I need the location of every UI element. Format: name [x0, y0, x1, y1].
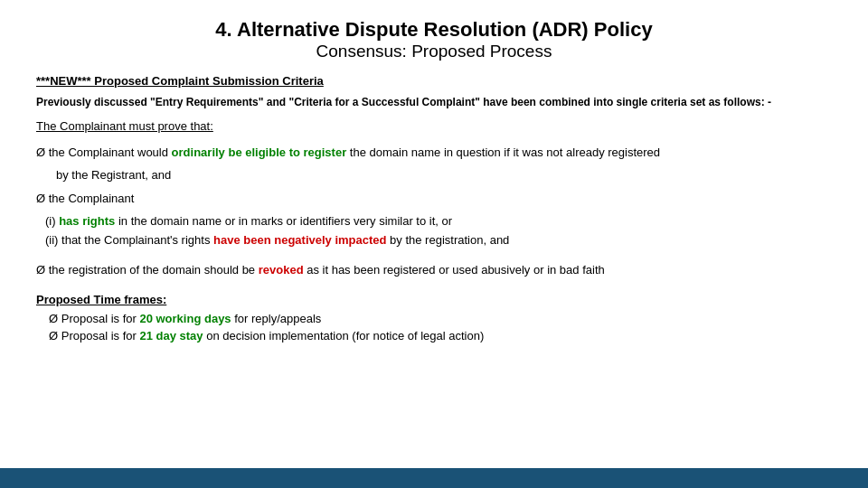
sub-title: Consensus: Proposed Process: [36, 42, 832, 61]
bottom-bar: [0, 468, 868, 488]
revoke-prefix: Ø the registration of the domain should …: [36, 263, 259, 277]
numbered-prefix-2: (ii) that the Complainant's rights: [45, 233, 213, 247]
complainant-must: The Complainant must prove that:: [36, 119, 832, 133]
numbered-lines: (i) has rights in the domain name or in …: [45, 212, 832, 250]
numbered-suffix-1: in the domain name or in marks or identi…: [115, 214, 452, 228]
new-section-heading: ***NEW*** Proposed Complaint Submission …: [36, 74, 832, 88]
bullet-item-revoke: Ø the registration of the domain should …: [36, 261, 832, 279]
highlight-has-rights: has rights: [59, 214, 115, 228]
by-registrant: by the Registrant, and: [56, 166, 832, 184]
tf-highlight-1: 20 working days: [139, 312, 231, 325]
bullet-prefix-register: Ø the Complainant would: [36, 145, 172, 159]
highlight-negatively-impacted: have been negatively impacted: [213, 233, 386, 247]
timeframe-text-2: Ø Proposal is for 21 day stay on decisio…: [49, 329, 484, 343]
timeframe-item-1: Ø Proposal is for 20 working days for re…: [43, 312, 832, 325]
slide-container: 4. Alternative Dispute Resolution (ADR) …: [0, 0, 868, 488]
bullet-text-register: Ø the Complainant would ordinarily be el…: [36, 144, 832, 162]
main-title: 4. Alternative Dispute Resolution (ADR) …: [36, 18, 832, 42]
revoke-suffix: as it has been registered or used abusiv…: [304, 263, 605, 277]
tf-prefix-1: Ø Proposal is for: [49, 312, 139, 325]
title-section: 4. Alternative Dispute Resolution (ADR) …: [36, 18, 832, 61]
timeframe-item-2: Ø Proposal is for 21 day stay on decisio…: [43, 329, 832, 343]
bullet-text-revoke: Ø the registration of the domain should …: [36, 261, 832, 279]
bullet-text-complainant: Ø the Complainant: [36, 190, 832, 208]
highlight-revoked: revoked: [259, 263, 304, 277]
bottom-bar-inner: [0, 468, 868, 488]
numbered-suffix-2: by the registration, and: [386, 233, 509, 247]
tf-suffix-2: on decision implementation (for notice o…: [203, 329, 485, 343]
tf-prefix-2: Ø Proposal is for: [49, 329, 139, 343]
timeframes-section: Proposed Time frames: Ø Proposal is for …: [36, 293, 832, 346]
numbered-prefix-1: (i): [45, 214, 59, 228]
timeframe-text-1: Ø Proposal is for 20 working days for re…: [49, 312, 321, 325]
tf-suffix-1: for reply/appeals: [231, 312, 322, 325]
highlight-register: ordinarily be eligible to register: [172, 145, 347, 159]
intro-text: Previously discussed "Entry Requirements…: [36, 95, 832, 110]
bullet-suffix-register: the domain name in question if it was no…: [346, 145, 660, 159]
timeframes-title: Proposed Time frames:: [36, 293, 832, 306]
numbered-line-1: (i) has rights in the domain name or in …: [45, 212, 832, 231]
tf-highlight-2: 21 day stay: [139, 329, 203, 343]
bullet-item-register: Ø the Complainant would ordinarily be el…: [36, 144, 832, 162]
numbered-line-2: (ii) that the Complainant's rights have …: [45, 231, 832, 250]
bullet-item-complainant: Ø the Complainant: [36, 190, 832, 208]
